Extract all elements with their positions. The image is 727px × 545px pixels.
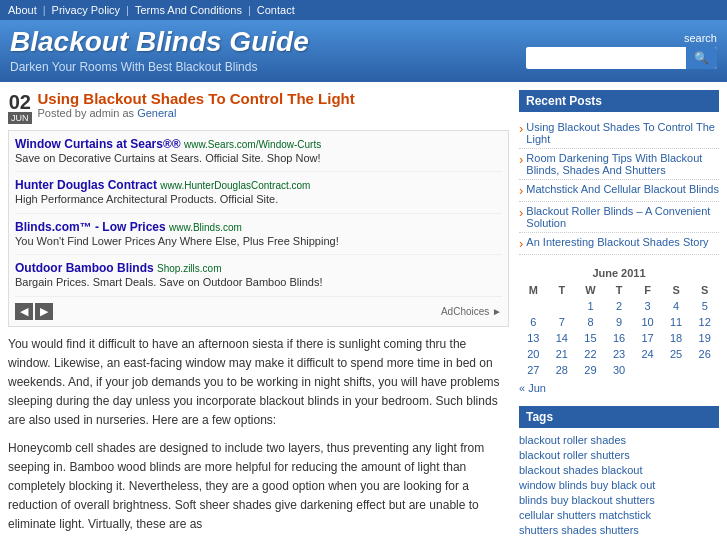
cal-cell bbox=[690, 362, 719, 378]
tag-link-5[interactable]: cellular shutters matchstick bbox=[519, 509, 651, 521]
date-block: 02 JUN bbox=[8, 92, 32, 124]
recent-post-link-1[interactable]: Room Darkening Tips With Blackout Blinds… bbox=[519, 152, 719, 176]
tag-link-2[interactable]: blackout shades blackout bbox=[519, 464, 643, 476]
ad-item-3: Outdoor Bamboo Blinds Shop.zills.com Bar… bbox=[15, 261, 502, 296]
date-month: JUN bbox=[8, 112, 32, 124]
search-input[interactable] bbox=[526, 47, 686, 69]
cal-cell: 22 bbox=[576, 346, 605, 362]
list-item: Matchstick And Cellular Blackout Blinds bbox=[519, 180, 719, 202]
date-day: 02 bbox=[9, 92, 31, 112]
cal-header-su: S bbox=[690, 282, 719, 298]
ad-next-button[interactable]: ▶ bbox=[35, 303, 53, 320]
search-label: search bbox=[684, 32, 717, 44]
cal-header-w: W bbox=[576, 282, 605, 298]
cal-header-f: F bbox=[633, 282, 662, 298]
site-title: Blackout Blinds Guide bbox=[10, 26, 309, 58]
cal-cell: 3 bbox=[633, 298, 662, 314]
recent-post-link-3[interactable]: Blackout Roller Blinds – A Convenient So… bbox=[519, 205, 719, 229]
tags-area: blackout roller shades blackout roller s… bbox=[519, 434, 719, 536]
cal-cell: 10 bbox=[633, 314, 662, 330]
tag-link-1[interactable]: blackout roller shutters bbox=[519, 449, 630, 461]
recent-post-link-2[interactable]: Matchstick And Cellular Blackout Blinds bbox=[519, 183, 719, 198]
search-button[interactable]: 🔍 bbox=[686, 47, 717, 69]
article-title: Using Blackout Shades To Control The Lig… bbox=[38, 90, 355, 107]
cal-cell: 28 bbox=[548, 362, 577, 378]
ad-url-0: www.Sears.com/Window-Curts bbox=[184, 139, 321, 150]
sidebar: Recent Posts Using Blackout Shades To Co… bbox=[519, 90, 719, 545]
recent-post-link-0[interactable]: Using Blackout Shades To Control The Lig… bbox=[519, 121, 719, 145]
cal-header-th: T bbox=[605, 282, 634, 298]
cal-cell: 1 bbox=[576, 298, 605, 314]
ad-url-3: Shop.zills.com bbox=[157, 263, 221, 274]
cal-cell: 14 bbox=[548, 330, 577, 346]
cal-cell: 27 bbox=[519, 362, 548, 378]
ad-desc-0: Save on Decorative Curtains at Sears. Of… bbox=[15, 151, 502, 166]
nav-contact[interactable]: Contact bbox=[257, 4, 295, 16]
nav-about[interactable]: About bbox=[8, 4, 37, 16]
ad-choices: AdChoices ► bbox=[441, 306, 502, 317]
cal-cell: 19 bbox=[690, 330, 719, 346]
cal-cell: 7 bbox=[548, 314, 577, 330]
article-category-link[interactable]: General bbox=[137, 107, 176, 119]
cal-cell: 17 bbox=[633, 330, 662, 346]
cal-cell: 24 bbox=[633, 346, 662, 362]
ad-item-1: Hunter Douglas Contract www.HunterDougla… bbox=[15, 178, 502, 213]
article-meta: Posted by admin as General bbox=[38, 107, 355, 119]
list-item: Using Blackout Shades To Control The Lig… bbox=[519, 118, 719, 149]
cal-cell bbox=[519, 298, 548, 314]
ad-item-0: Window Curtains at Sears®® www.Sears.com… bbox=[15, 137, 502, 172]
cal-cell: 2 bbox=[605, 298, 634, 314]
cal-cell bbox=[548, 298, 577, 314]
site-header: Blackout Blinds Guide Darken Your Rooms … bbox=[0, 20, 727, 82]
list-item: Blackout Roller Blinds – A Convenient So… bbox=[519, 202, 719, 233]
tag-link-0[interactable]: blackout roller shades bbox=[519, 434, 626, 446]
tag-link-6[interactable]: shutters shades shutters bbox=[519, 524, 639, 536]
cal-cell: 25 bbox=[662, 346, 691, 362]
article-header: 02 JUN Using Blackout Shades To Control … bbox=[8, 90, 509, 124]
cal-cell: 20 bbox=[519, 346, 548, 362]
list-item: An Interesting Blackout Shades Story bbox=[519, 233, 719, 255]
nav-privacy[interactable]: Privacy Policy bbox=[52, 4, 120, 16]
cal-cell: 9 bbox=[605, 314, 634, 330]
cal-header-t: T bbox=[548, 282, 577, 298]
cal-cell: 23 bbox=[605, 346, 634, 362]
cal-cell: 29 bbox=[576, 362, 605, 378]
ad-prev-button[interactable]: ◀ bbox=[15, 303, 33, 320]
site-tagline: Darken Your Rooms With Best Blackout Bli… bbox=[10, 60, 309, 74]
ad-desc-2: You Won't Find Lower Prices Any Where El… bbox=[15, 234, 502, 249]
cal-cell: 16 bbox=[605, 330, 634, 346]
calendar-table: M T W T F S S 1 2 3 bbox=[519, 282, 719, 378]
ad-desc-1: High Performance Architectural Products.… bbox=[15, 192, 502, 207]
ad-title-link-3[interactable]: Outdoor Bamboo Blinds bbox=[15, 261, 154, 275]
recent-post-link-4[interactable]: An Interesting Blackout Shades Story bbox=[519, 236, 719, 251]
calendar-section: June 2011 M T W T F S S bbox=[519, 267, 719, 394]
ad-desc-3: Bargain Prices. Smart Deals. Save on Out… bbox=[15, 275, 502, 290]
ad-footer: ◀ ▶ AdChoices ► bbox=[15, 303, 502, 320]
cal-header-m: M bbox=[519, 282, 548, 298]
cal-cell: 15 bbox=[576, 330, 605, 346]
nav-terms[interactable]: Terms And Conditions bbox=[135, 4, 242, 16]
calendar-month: June 2011 bbox=[519, 267, 719, 279]
cal-prev-link[interactable]: « Jun bbox=[519, 382, 546, 394]
cal-cell: 12 bbox=[690, 314, 719, 330]
cal-cell bbox=[662, 362, 691, 378]
cal-cell: 21 bbox=[548, 346, 577, 362]
calendar-nav: « Jun bbox=[519, 382, 719, 394]
recent-posts-list: Using Blackout Shades To Control The Lig… bbox=[519, 118, 719, 255]
cal-cell: 4 bbox=[662, 298, 691, 314]
cal-cell: 26 bbox=[690, 346, 719, 362]
recent-posts-section: Recent Posts Using Blackout Shades To Co… bbox=[519, 90, 719, 255]
ad-title-link-0[interactable]: Window Curtains at Sears®® bbox=[15, 137, 181, 151]
recent-posts-title: Recent Posts bbox=[519, 90, 719, 112]
ad-title-link-1[interactable]: Hunter Douglas Contract bbox=[15, 178, 157, 192]
cal-header-s: S bbox=[662, 282, 691, 298]
article-title-link[interactable]: Using Blackout Shades To Control The Lig… bbox=[38, 90, 355, 107]
article-paragraph-2: Honeycomb cell shades are designed to in… bbox=[8, 439, 509, 535]
tag-link-3[interactable]: window blinds buy black out bbox=[519, 479, 655, 491]
ad-url-1: www.HunterDouglasContract.com bbox=[160, 180, 310, 191]
ad-title-link-2[interactable]: Blinds.com™ - Low Prices bbox=[15, 220, 166, 234]
tag-link-4[interactable]: blinds buy blackout shutters bbox=[519, 494, 655, 506]
ad-nav: ◀ ▶ bbox=[15, 303, 53, 320]
cal-cell: 11 bbox=[662, 314, 691, 330]
list-item: Room Darkening Tips With Blackout Blinds… bbox=[519, 149, 719, 180]
